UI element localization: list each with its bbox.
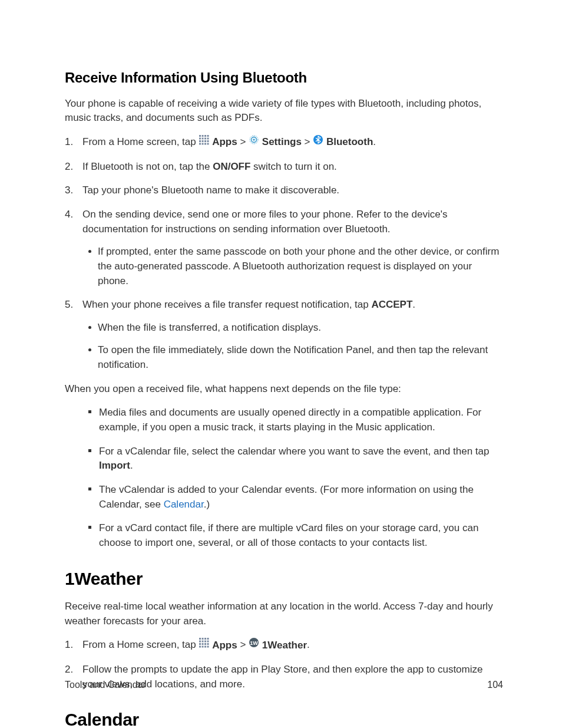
paragraph-weather: Receive real-time local weather informat…: [65, 599, 503, 628]
step4-sublist: If prompted, enter the same passcode on …: [82, 245, 503, 288]
heading-1weather: 1Weather: [65, 566, 503, 592]
sq3-text-a: The vCalendar is added to your Calendar …: [99, 484, 474, 510]
footer-section: Tools and Calendar: [65, 678, 146, 691]
step2-text-b: switch to turn it on.: [250, 161, 336, 172]
sq2-text: For a vCalendar file, select the calenda…: [99, 446, 489, 457]
svg-rect-33: [202, 646, 204, 648]
page-number: 104: [487, 678, 503, 691]
sq3-text-b: .): [204, 499, 210, 510]
step-5: When your phone receives a file transfer…: [65, 298, 503, 373]
svg-rect-25: [202, 641, 204, 643]
paragraph-bt-intro: Your phone is capable of receiving a wid…: [65, 97, 503, 126]
page-footer: Tools and Calendar 104: [65, 678, 503, 691]
bluetooth-label: Bluetooth: [326, 136, 373, 147]
paragraph-open-file: When you open a received file, what happ…: [65, 382, 503, 397]
list-item: For a vCalendar file, select the calenda…: [81, 444, 503, 473]
svg-rect-26: [204, 641, 206, 643]
heading-calendar: Calendar: [65, 707, 503, 728]
svg-rect-13: [202, 143, 204, 145]
svg-rect-8: [199, 140, 201, 142]
svg-rect-29: [202, 643, 204, 645]
sep2: >: [302, 136, 313, 147]
step-1: From a Home screen, tap Apps > Settings …: [65, 135, 503, 150]
svg-rect-11: [207, 140, 209, 142]
accept-label: ACCEPT: [371, 299, 412, 310]
bluetooth-icon: [313, 134, 323, 150]
oneweather-label: 1Weather: [262, 640, 307, 651]
svg-rect-21: [202, 638, 204, 640]
svg-rect-22: [204, 638, 206, 640]
svg-rect-27: [207, 641, 209, 643]
step4-text: On the sending device, send one or more …: [82, 209, 447, 235]
svg-text:1W: 1W: [250, 640, 258, 646]
list-item: The vCalendar is added to your Calendar …: [81, 483, 503, 512]
file-type-list: Media files and documents are usually op…: [81, 406, 503, 550]
period1: .: [373, 136, 376, 147]
svg-rect-3: [207, 135, 209, 137]
wstep1-text-a: From a Home screen, tap: [82, 640, 199, 651]
step5-sub1: When the file is transferred, a notifica…: [82, 321, 503, 335]
step5-sub2: To open the file immediately, slide down…: [82, 343, 503, 372]
step2-text-a: If Bluetooth is not on, tap the: [82, 161, 213, 172]
svg-rect-6: [204, 138, 206, 140]
svg-rect-35: [207, 646, 209, 648]
apps-label: Apps: [212, 136, 237, 147]
svg-point-18: [253, 139, 255, 141]
svg-rect-14: [204, 143, 206, 145]
step-4: On the sending device, send one or more …: [65, 207, 503, 288]
sq2-period: .: [130, 460, 133, 471]
apps-grid-icon: [199, 134, 209, 150]
calendar-link[interactable]: Calendar: [164, 499, 204, 510]
svg-rect-15: [207, 143, 209, 145]
svg-rect-5: [202, 138, 204, 140]
svg-rect-0: [199, 135, 201, 137]
settings-gear-icon: [249, 134, 259, 150]
oneweather-icon: 1W: [249, 637, 259, 653]
wperiod: .: [307, 640, 310, 651]
steps-bluetooth: From a Home screen, tap Apps > Settings …: [65, 135, 503, 373]
step5-text-a: When your phone receives a file transfer…: [82, 299, 371, 310]
svg-rect-9: [202, 140, 204, 142]
svg-rect-23: [207, 638, 209, 640]
svg-rect-30: [204, 643, 206, 645]
sep1: >: [237, 136, 249, 147]
step-2: If Bluetooth is not on, tap the ON/OFF s…: [65, 160, 503, 174]
w-step-1: From a Home screen, tap Apps > 1W 1Weath…: [65, 638, 503, 653]
svg-rect-4: [199, 138, 201, 140]
svg-rect-1: [202, 135, 204, 137]
svg-rect-24: [199, 641, 201, 643]
heading-receive-bluetooth: Receive Information Using Bluetooth: [65, 68, 503, 88]
onoff-label: ON/OFF: [213, 161, 250, 172]
svg-rect-20: [199, 638, 201, 640]
period5: .: [412, 299, 415, 310]
wsep: >: [237, 640, 249, 651]
step-3: Tap your phone's Bluetooth name to make …: [65, 183, 503, 198]
step1-text-a: From a Home screen, tap: [82, 136, 199, 147]
list-item: For a vCard contact file, if there are m…: [81, 521, 503, 550]
svg-rect-34: [204, 646, 206, 648]
apps-label: Apps: [212, 640, 237, 651]
svg-rect-12: [199, 143, 201, 145]
import-label: Import: [99, 460, 130, 471]
settings-label: Settings: [262, 136, 302, 147]
svg-rect-31: [207, 643, 209, 645]
svg-rect-28: [199, 643, 201, 645]
list-item: Media files and documents are usually op…: [81, 406, 503, 434]
svg-rect-2: [204, 135, 206, 137]
svg-rect-7: [207, 138, 209, 140]
step4-sub1: If prompted, enter the same passcode on …: [82, 245, 503, 288]
svg-rect-10: [204, 140, 206, 142]
apps-grid-icon: [199, 637, 209, 653]
svg-rect-32: [199, 646, 201, 648]
step5-sublist: When the file is transferred, a notifica…: [82, 321, 503, 373]
